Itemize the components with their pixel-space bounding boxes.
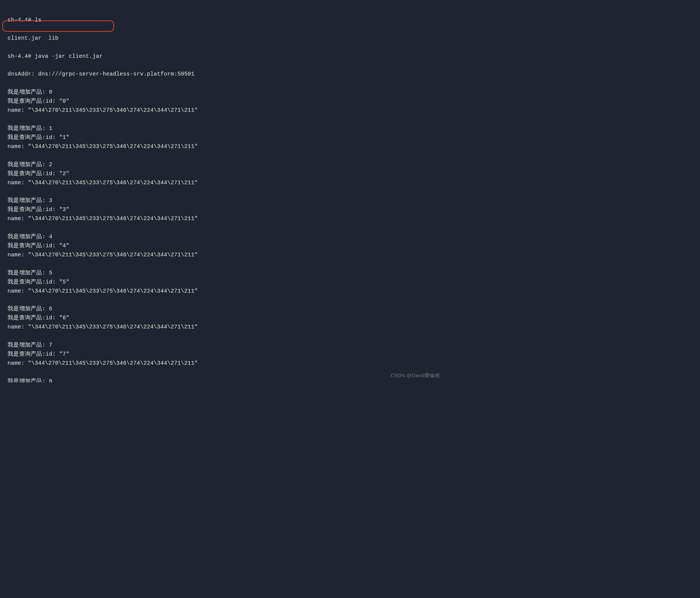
terminal-blank xyxy=(8,368,440,377)
terminal-line: client.jar lib xyxy=(8,34,440,43)
terminal-line: sh-4.4# ls xyxy=(8,16,440,25)
terminal-blank xyxy=(8,187,440,196)
terminal-line: name: "\344\270\211\345\233\275\346\274\… xyxy=(8,323,440,332)
terminal-line: name: "\344\270\211\345\233\275\346\274\… xyxy=(8,214,440,223)
terminal-line: 我是查询产品:id: "0" xyxy=(8,97,440,106)
terminal-line: 我是查询产品:id: "2" xyxy=(8,170,440,179)
entries-container: 我是增加产品: 0我是查询产品:id: "0"name: "\344\270\2… xyxy=(8,88,440,382)
terminal-line: dnsAddr: dns:///grpc-server-headless-srv… xyxy=(8,70,440,79)
command: java -jar client.jar xyxy=(35,53,103,59)
terminal-line: 我是增加产品: 2 xyxy=(8,160,440,170)
terminal-blank xyxy=(8,296,440,305)
terminal-blank xyxy=(8,260,440,269)
terminal-line: 我是查询产品:id: "7" xyxy=(8,350,440,359)
terminal-line: name: "\344\270\211\345\233\275\346\274\… xyxy=(8,179,440,188)
terminal-blank xyxy=(8,332,440,341)
terminal-line: name: "\344\270\211\345\233\275\346\274\… xyxy=(8,106,440,115)
terminal-line: 我是查询产品:id: "1" xyxy=(8,133,440,142)
terminal-line: name: "\344\270\211\345\233\275\346\274\… xyxy=(8,287,440,296)
terminal-line: 我是增加产品: 6 xyxy=(8,305,440,314)
terminal-blank xyxy=(8,223,440,233)
prompt: sh-4.4# xyxy=(8,17,31,23)
terminal-line: 我是增加产品: 5 xyxy=(8,269,440,278)
terminal-line: sh-4.4# java -jar client.jar xyxy=(8,52,440,61)
terminal-output: sh-4.4# ls client.jar lib sh-4.4# java -… xyxy=(8,7,440,382)
watermark: CSDN @David爱编程 xyxy=(391,371,440,379)
terminal-line: 我是查询产品:id: "5" xyxy=(8,278,440,287)
terminal-blank xyxy=(8,115,440,124)
terminal-blank xyxy=(8,151,440,160)
terminal-line: 我是增加产品: 0 xyxy=(8,88,440,97)
terminal-line: 我是查询产品:id: "4" xyxy=(8,242,440,251)
terminal-line: name: "\344\270\211\345\233\275\346\274\… xyxy=(8,142,440,151)
terminal-line: name: "\344\270\211\345\233\275\346\274\… xyxy=(8,251,440,260)
terminal-line: 我是查询产品:id: "6" xyxy=(8,314,440,323)
terminal-line: 我是增加产品: 4 xyxy=(8,233,440,242)
terminal-line: 我是增加产品: 1 xyxy=(8,124,440,133)
command: ls xyxy=(35,17,42,23)
terminal-line: 我是查询产品:id: "3" xyxy=(8,205,440,214)
terminal-line: 我是增加产品: 7 xyxy=(8,341,440,350)
prompt: sh-4.4# xyxy=(8,53,31,59)
terminal-line: name: "\344\270\211\345\233\275\346\274\… xyxy=(8,359,440,368)
terminal-line: 我是增加产品: 8 xyxy=(8,377,440,382)
terminal-line: 我是增加产品: 3 xyxy=(8,196,440,205)
